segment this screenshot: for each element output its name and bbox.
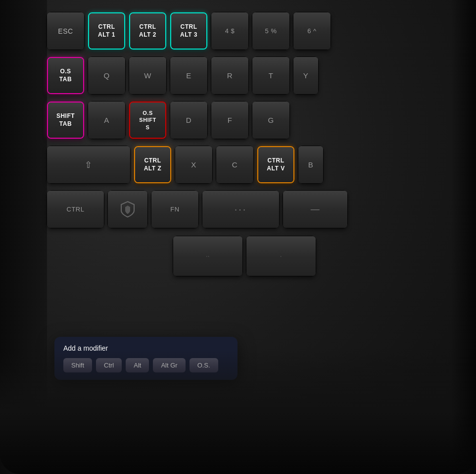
ctrl-alt-3-key[interactable]: CTRLALT 3 [170, 12, 207, 50]
logo-icon [120, 201, 135, 218]
x-key[interactable]: X [175, 146, 212, 183]
thumb-key-2[interactable]: · [246, 236, 316, 276]
r-key[interactable]: R [211, 57, 248, 94]
d-key[interactable]: D [170, 102, 207, 139]
os-tab-key[interactable]: O.STAB [47, 57, 84, 94]
b-key[interactable]: B [298, 146, 323, 183]
4-key[interactable]: 4 $ [211, 12, 248, 50]
6-key[interactable]: 6 ^ [293, 12, 331, 50]
a-key[interactable]: A [88, 102, 125, 139]
ctrl-alt-z-key[interactable]: CTRLALT Z [134, 146, 171, 183]
chevron-key[interactable]: ⇧ [47, 146, 130, 183]
esc-key[interactable]: ESC [47, 12, 84, 50]
ctrl-alt-v-key[interactable]: CTRLALT V [257, 146, 294, 183]
dots-key[interactable]: ··· [202, 191, 279, 228]
keyboard-body: ESC CTRLALT 1 CTRLALT 2 CTRLALT 3 [0, 0, 476, 474]
ctrl-key[interactable]: CTRL [47, 191, 104, 228]
os-shift-s-key[interactable]: O.SSHIFTS [129, 102, 166, 139]
ctrl-alt-2-key[interactable]: CTRLALT 2 [129, 12, 166, 50]
logo-key[interactable] [108, 191, 147, 228]
shift-tab-key[interactable]: SHIFTTAB [47, 102, 84, 139]
g-key[interactable]: G [252, 102, 289, 139]
thumb-key-1[interactable]: ·· [173, 236, 242, 276]
5-key[interactable]: 5 % [252, 12, 289, 50]
ctrl-alt-1-key[interactable]: CTRLALT 1 [88, 12, 125, 50]
right-edge [451, 0, 476, 474]
w-key[interactable]: W [129, 57, 166, 94]
f-key[interactable]: F [211, 102, 248, 139]
e-key[interactable]: E [170, 57, 207, 94]
y-key[interactable]: Y [293, 57, 318, 94]
c-key[interactable]: C [216, 146, 253, 183]
wrist-rest [0, 350, 476, 474]
t-key[interactable]: T [252, 57, 289, 94]
q-key[interactable]: Q [88, 57, 125, 94]
fn-key[interactable]: FN [151, 191, 198, 228]
dash-key[interactable]: — [283, 191, 347, 228]
